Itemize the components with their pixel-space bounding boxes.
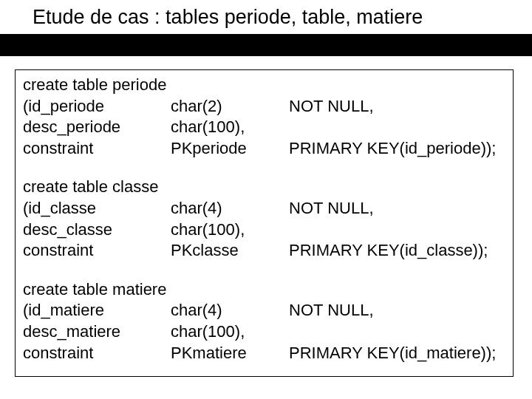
title-underline-bar [0, 34, 532, 56]
slide: Etude de cas : tables periode, table, ma… [0, 0, 532, 399]
col-name: desc_matiere [23, 321, 171, 343]
col-type: char(100), [171, 219, 289, 241]
code-box: create table periode (id_periode char(2)… [15, 69, 514, 377]
col-type: PKperiode [171, 138, 289, 160]
col-constraint: PRIMARY KEY(id_matiere)); [289, 343, 505, 364]
col-name: desc_periode [23, 117, 171, 138]
col-name: constraint [23, 343, 171, 364]
col-constraint [289, 219, 505, 241]
slide-title: Etude de cas : tables periode, table, ma… [33, 6, 423, 29]
code-line: (id_periode char(2) NOT NULL, [23, 96, 505, 117]
col-type: char(4) [171, 198, 289, 219]
code-block-periode: create table periode (id_periode char(2)… [23, 75, 505, 159]
code-line-header: create table periode [23, 75, 171, 96]
code-line-header: create table matiere [23, 279, 171, 301]
col-constraint: NOT NULL, [289, 300, 505, 321]
code-line: (id_matiere char(4) NOT NULL, [23, 300, 505, 321]
col-constraint: PRIMARY KEY(id_periode)); [289, 138, 505, 160]
code-line: create table periode [23, 75, 505, 96]
col-constraint: NOT NULL, [289, 198, 505, 219]
col-constraint: PRIMARY KEY(id_classe)); [289, 240, 505, 262]
col-type: PKmatiere [171, 343, 289, 364]
col-name: desc_classe [23, 219, 171, 241]
col-type: char(4) [171, 300, 289, 321]
col-type: char(2) [171, 96, 289, 117]
code-block-matiere: create table matiere (id_matiere char(4)… [23, 279, 505, 364]
col-constraint [289, 321, 505, 343]
title-area: Etude de cas : tables periode, table, ma… [0, 0, 532, 59]
code-line: desc_periode char(100), [23, 117, 505, 138]
code-line-header: create table classe [23, 177, 171, 198]
col-name: constraint [23, 138, 171, 160]
col-name: constraint [23, 240, 171, 262]
code-line: constraint PKperiode PRIMARY KEY(id_peri… [23, 138, 505, 160]
code-line: desc_matiere char(100), [23, 321, 505, 343]
col-name: (id_classe [23, 198, 171, 219]
code-line: (id_classe char(4) NOT NULL, [23, 198, 505, 219]
col-type: char(100), [171, 321, 289, 343]
code-line: constraint PKmatiere PRIMARY KEY(id_mati… [23, 343, 505, 364]
code-line: create table matiere [23, 279, 505, 301]
code-block-classe: create table classe (id_classe char(4) N… [23, 177, 505, 261]
code-line: create table classe [23, 177, 505, 198]
col-name: (id_periode [23, 96, 171, 117]
code-line: constraint PKclasse PRIMARY KEY(id_class… [23, 240, 505, 262]
code-line: desc_classe char(100), [23, 219, 505, 241]
col-constraint: NOT NULL, [289, 96, 505, 117]
col-name: (id_matiere [23, 300, 171, 321]
col-type: PKclasse [171, 240, 289, 262]
col-constraint [289, 117, 505, 138]
col-type: char(100), [171, 117, 289, 138]
